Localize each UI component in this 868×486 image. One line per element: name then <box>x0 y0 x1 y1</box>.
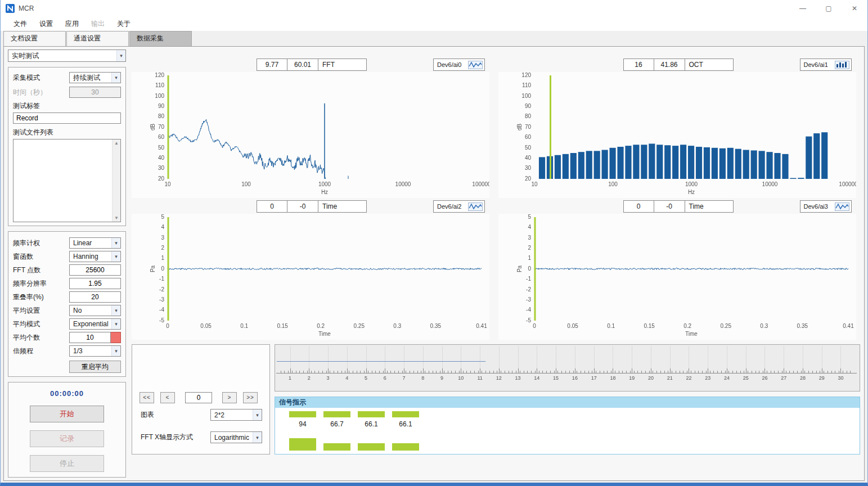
menu-file[interactable]: 文件 <box>7 19 33 29</box>
test-mode-select[interactable]: 实时测试 ▾ <box>8 50 126 62</box>
chevron-down-icon: ▾ <box>111 73 120 83</box>
record-timeline-canvas[interactable] <box>275 345 858 391</box>
scrollbar[interactable]: ▲ ▼ <box>112 140 120 222</box>
time-ai2-chart-header: 0 -0 Time Dev6/ai2 <box>132 200 492 213</box>
time-ai3-chart-cell: 0 -0 Time Dev6/ai3 <box>498 200 858 340</box>
acq-mode-value: 持续测试 <box>70 73 111 83</box>
window-function-value: Hanning <box>70 253 111 260</box>
signal-level-value: 66.1 <box>392 420 419 428</box>
next-page-button[interactable]: > <box>222 392 237 403</box>
record-tag-input[interactable] <box>13 112 121 124</box>
param-label-average-count: 平均个数 <box>13 333 69 343</box>
scroll-down-icon[interactable]: ▼ <box>114 215 119 220</box>
chevron-down-icon: ▾ <box>253 432 262 443</box>
fft-axis-scale-select[interactable]: Logarithmic ▾ <box>210 431 262 443</box>
octave-select[interactable]: 1/3 ▾ <box>69 345 121 357</box>
signal-meter <box>289 411 316 417</box>
stop-button[interactable]: 停止 <box>30 455 104 472</box>
channel-selector-ai1[interactable]: Dev6/ai1 <box>800 58 852 71</box>
average-count-indicator <box>111 332 121 343</box>
chart-type-label: Time <box>685 200 734 213</box>
fft-points-input[interactable] <box>69 264 121 276</box>
average-mode-select[interactable]: Exponential ▾ <box>69 318 121 330</box>
chart-layout-select[interactable]: 2*2 ▾ <box>210 409 262 421</box>
cursor-x-value: 0 <box>623 200 654 213</box>
close-button[interactable]: ✕ <box>842 0 867 17</box>
signal-meter <box>392 411 419 417</box>
page-number-input[interactable] <box>185 392 212 403</box>
oct-chart-cell: 16 41.86 OCT Dev6/ai1 <box>498 58 858 198</box>
window-function-select[interactable]: Hanning ▾ <box>69 251 121 262</box>
minimize-button[interactable]: — <box>790 0 816 17</box>
chevron-down-icon: ▾ <box>111 346 120 356</box>
chevron-down-icon: ▾ <box>116 50 125 61</box>
signal-panel-title: 信号指示 <box>275 397 860 408</box>
param-label-overlap: 重叠率(%) <box>13 292 69 302</box>
last-page-button[interactable]: >> <box>243 392 258 403</box>
channel-name: Dev6/ai1 <box>804 61 828 68</box>
tab-page: 实时测试 ▾ 采集模式 持续测试 ▾ 时间（秒） 测试标签 测试文件列表 <box>3 46 865 481</box>
record-timeline[interactable] <box>275 344 860 392</box>
test-file-list[interactable]: ▲ ▼ <box>13 139 121 222</box>
page-navigation: << < > >> <box>140 392 258 403</box>
first-page-button[interactable]: << <box>140 392 154 403</box>
menu-settings[interactable]: 设置 <box>33 19 59 29</box>
signal-meter <box>358 411 385 417</box>
close-icon: ✕ <box>852 4 857 12</box>
param-label-average-mode: 平均模式 <box>13 320 69 329</box>
fft-axis-scale-value: Logarithmic <box>211 434 253 442</box>
cursor-y-value: 60.01 <box>287 58 318 71</box>
maximize-button[interactable]: ▢ <box>816 0 842 17</box>
tab-channel-settings[interactable]: 通道设置 <box>66 31 129 46</box>
freq-resolution-input[interactable] <box>69 278 121 289</box>
oct-chart-header: 16 41.86 OCT Dev6/ai1 <box>498 58 858 71</box>
tabbar: 文档设置 通道设置 数据采集 <box>1 31 867 46</box>
prev-page-button[interactable]: < <box>160 392 175 403</box>
fft-axis-scale-label: FFT X轴显示方式 <box>141 433 193 442</box>
time-ai2-plot[interactable] <box>132 214 489 340</box>
oct-plot[interactable] <box>498 72 856 198</box>
scroll-up-icon[interactable]: ▲ <box>114 141 119 146</box>
start-button[interactable]: 开始 <box>30 406 104 422</box>
menu-application[interactable]: 应用 <box>59 19 85 29</box>
param-label-average-setting: 平均设置 <box>13 306 69 316</box>
average-count-input[interactable] <box>69 332 111 343</box>
tab-document-settings[interactable]: 文档设置 <box>3 31 66 46</box>
tab-data-acquisition[interactable]: 数据采集 <box>129 31 192 46</box>
time-ai3-plot[interactable] <box>498 214 856 340</box>
record-button[interactable]: 记录 <box>30 430 104 447</box>
fft-chart-header: 9.77 60.01 FFT Dev6/ai0 <box>132 58 492 71</box>
display-options-panel: << < > >> 图表 2*2 ▾ FFT X轴显示方式 <box>132 344 270 454</box>
param-label-freq-resolution: 频率分辨率 <box>13 279 69 289</box>
signal-meter <box>323 411 350 417</box>
bar-chart-icon <box>835 61 849 69</box>
acq-mode-select[interactable]: 持续测试 ▾ <box>69 72 121 83</box>
signal-meter-level <box>323 443 350 451</box>
bottom-row: << < > >> 图表 2*2 ▾ FFT X轴显示方式 <box>132 344 860 454</box>
channel-name: Dev6/ai2 <box>437 203 461 210</box>
menu-about[interactable]: 关于 <box>111 19 137 29</box>
fft-plot[interactable] <box>132 72 489 198</box>
channel-selector-ai3[interactable]: Dev6/ai3 <box>800 200 852 213</box>
acq-mode-label: 采集模式 <box>13 73 69 83</box>
waveform-icon <box>835 202 849 211</box>
overlap-input[interactable] <box>69 291 121 303</box>
chart-layout-label: 图表 <box>141 410 154 420</box>
signal-meter-level <box>358 443 385 451</box>
run-control-group: 00:00:00 开始 记录 停止 <box>8 382 126 478</box>
restart-average-button[interactable]: 重启平均 <box>69 361 121 373</box>
cursor-x-value: 0 <box>257 200 287 213</box>
chevron-down-icon: ▾ <box>111 319 120 329</box>
cursor-y-value: -0 <box>654 200 685 213</box>
chevron-down-icon: ▾ <box>253 410 262 420</box>
fft-chart-cell: 9.77 60.01 FFT Dev6/ai0 <box>132 58 492 198</box>
titlebar: MCR — ▢ ✕ <box>1 0 867 17</box>
app-window: MCR — ▢ ✕ 文件 设置 应用 输出 关于 文档设置 通道设置 数据采集 … <box>0 0 868 486</box>
channel-selector-ai2[interactable]: Dev6/ai2 <box>433 200 485 213</box>
average-setting-select[interactable]: No ▾ <box>69 305 121 316</box>
channel-selector-ai0[interactable]: Dev6/ai0 <box>433 58 485 71</box>
maximize-icon: ▢ <box>825 4 831 12</box>
settings-sidebar: 实时测试 ▾ 采集模式 持续测试 ▾ 时间（秒） 测试标签 测试文件列表 <box>8 50 126 478</box>
freq-weighting-select[interactable]: Linear ▾ <box>69 237 121 249</box>
cursor-y-value: 41.86 <box>654 58 685 71</box>
